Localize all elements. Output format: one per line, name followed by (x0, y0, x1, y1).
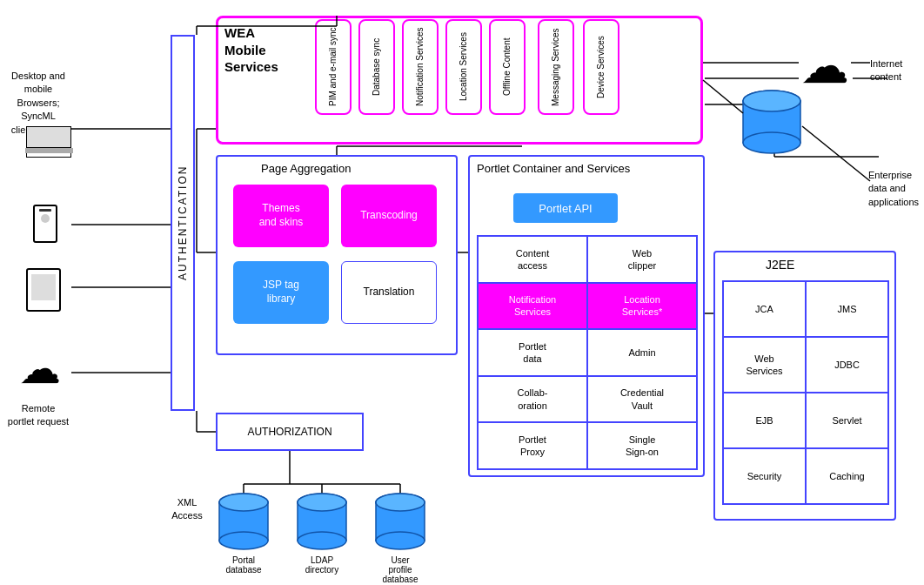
ldap-database-label: LDAPdirectory (294, 555, 350, 575)
jms-cell: JMS (806, 281, 888, 337)
ldap-database-icon (296, 492, 348, 553)
portlet-proxy-cell: PortletProxy (478, 422, 587, 469)
phone-icon (33, 205, 57, 243)
svg-point-26 (219, 494, 268, 511)
internet-content-label: Internetcontent (870, 57, 902, 84)
notification-services-pill: Notification Services (402, 19, 439, 115)
svg-line-40 (802, 126, 870, 181)
web-services-cell: WebServices (723, 337, 806, 393)
svg-line-39 (703, 80, 743, 113)
enterprise-data-label: Enterprisedata andapplications (868, 169, 919, 209)
messaging-services-pill: Messaging Services (538, 19, 574, 115)
themes-skins-box: Themesand skins (233, 185, 329, 247)
page-aggregation-title: Page Aggregation (261, 162, 351, 175)
cloud-left-icon: ☁ (19, 348, 61, 390)
svg-point-25 (219, 532, 268, 549)
cloud-right-icon: ☁ (800, 42, 849, 91)
j2ee-title: J2EE (766, 258, 794, 272)
pim-sync-pill: PIM and e-mail sync (315, 19, 352, 115)
portal-database-icon (218, 492, 270, 553)
transcoding-box: Transcoding (341, 185, 437, 247)
jsp-tag-library-box: JSP taglibrary (233, 261, 329, 324)
architecture-diagram: Desktop and mobile Browsers; SyncML clie… (0, 0, 924, 585)
portlet-services-grid: Contentaccess Webclipper NotificationSer… (477, 235, 698, 470)
authentication-box: AUTHENTICATION (171, 35, 195, 411)
device-services-pill: Device Services (583, 19, 619, 115)
xml-access-label: XML Access (161, 496, 213, 523)
jdbc-cell: JDBC (806, 337, 888, 393)
portal-database-label: Portaldatabase (216, 555, 271, 575)
single-signon-cell: SingleSign-on (587, 422, 697, 469)
location-services-cell: LocationServices* (587, 283, 697, 330)
content-access-cell: Contentaccess (478, 236, 587, 283)
web-clipper-cell: Webclipper (587, 236, 697, 283)
svg-point-34 (376, 494, 425, 511)
offline-content-pill: Offline Content (489, 19, 526, 115)
user-profile-database-icon (374, 492, 426, 553)
portlet-data-cell: Portletdata (478, 329, 587, 376)
svg-point-38 (743, 91, 800, 111)
user-profile-database-label: Userprofiledatabase (372, 555, 428, 584)
tablet-icon (26, 268, 61, 312)
j2ee-grid: JCA JMS WebServices JDBC EJB Servlet Sec… (722, 280, 889, 505)
security-cell: Security (723, 448, 806, 504)
collaboration-cell: Collab-oration (478, 376, 587, 423)
servlet-cell: Servlet (806, 393, 888, 448)
ejb-cell: EJB (723, 393, 806, 448)
portlet-api-button: Portlet API (513, 193, 618, 223)
enterprise-database-icon (741, 89, 802, 158)
svg-point-30 (298, 494, 346, 511)
notification-services-cell: NotificationServices (478, 283, 587, 330)
caching-cell: Caching (806, 448, 888, 504)
admin-cell: Admin (587, 329, 697, 376)
portlet-container-title: Portlet Container and Services (477, 162, 630, 175)
svg-point-37 (743, 132, 800, 153)
remote-portlet-label: Remote portlet request (7, 402, 70, 429)
wea-title: WEAMobileServices (224, 24, 278, 76)
credential-vault-cell: CredentialVault (587, 376, 697, 423)
location-services-pill: Location Services (445, 19, 482, 115)
authorization-box: AUTHORIZATION (216, 413, 364, 451)
svg-point-33 (376, 532, 425, 549)
laptop-icon (26, 126, 71, 158)
database-sync-pill: Database sync (358, 19, 395, 115)
svg-point-29 (298, 532, 346, 549)
jca-cell: JCA (723, 281, 806, 337)
translation-box: Translation (341, 261, 437, 324)
